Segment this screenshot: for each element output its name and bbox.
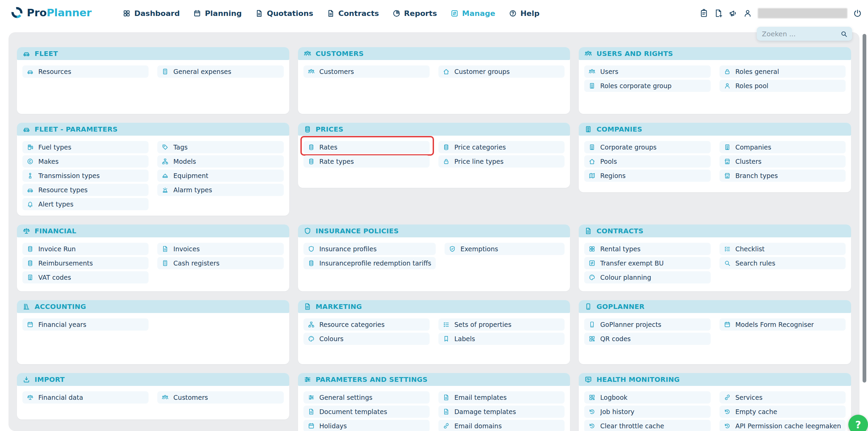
item-companies[interactable]: Companies xyxy=(719,141,846,153)
item-roles-general[interactable]: Roles general xyxy=(719,65,846,78)
item-general-expenses[interactable]: General expenses xyxy=(157,65,283,78)
item-insuranceprofile-redemption-tariffs[interactable]: Insuranceprofile redemption tariffs xyxy=(303,257,436,269)
item-search-rules[interactable]: Search rules xyxy=(719,257,846,269)
card-items: General settingsEmail templatesDocument … xyxy=(298,386,570,431)
card-header: INSURANCE POLICIES xyxy=(298,224,570,237)
item-checklist[interactable]: Checklist xyxy=(719,243,846,255)
item-makes[interactable]: Makes xyxy=(22,155,149,168)
help-bubble-button[interactable]: ? xyxy=(848,415,868,431)
item-empty-cache[interactable]: Empty cache xyxy=(719,406,846,418)
item-resource-types[interactable]: Resource types xyxy=(22,184,149,196)
item-financial-years[interactable]: Financial years xyxy=(22,318,149,331)
item-price-categories[interactable]: Price categories xyxy=(438,141,565,153)
item-document-templates[interactable]: Document templates xyxy=(303,406,430,418)
vertical-scrollbar[interactable] xyxy=(863,34,866,383)
item-users[interactable]: Users xyxy=(584,65,710,78)
megaphone-icon[interactable] xyxy=(729,9,737,18)
item-rates[interactable]: Rates xyxy=(303,141,430,153)
checklist-icon xyxy=(443,321,450,328)
search-input[interactable] xyxy=(761,30,840,38)
item-cash-registers[interactable]: Cash registers xyxy=(157,257,283,269)
item-alert-types[interactable]: Alert types xyxy=(22,198,149,210)
power-icon[interactable] xyxy=(853,9,862,18)
item-rental-types[interactable]: Rental types xyxy=(584,243,710,255)
reports-pie-chart-icon xyxy=(393,9,400,17)
item-customers[interactable]: Customers xyxy=(157,391,283,404)
item-invoice-run[interactable]: Invoice Run xyxy=(22,243,149,255)
clipboard-icon[interactable] xyxy=(699,9,708,18)
item-branch-types[interactable]: Branch types xyxy=(719,170,846,182)
item-pools[interactable]: Pools xyxy=(584,155,710,168)
users-icon xyxy=(308,68,315,75)
item-labels[interactable]: Labels xyxy=(438,333,565,345)
nav-item-manage[interactable]: Manage xyxy=(451,9,495,18)
item-rate-types[interactable]: Rate types xyxy=(303,155,430,168)
coins-icon xyxy=(308,158,315,165)
item-clusters[interactable]: Clusters xyxy=(719,155,846,168)
item-holidays[interactable]: Holidays xyxy=(303,420,430,431)
item-insurance-profiles[interactable]: Insurance profiles xyxy=(303,243,436,255)
item-tags[interactable]: Tags xyxy=(157,141,283,153)
item-invoices[interactable]: Invoices xyxy=(157,243,283,255)
item-corporate-groups[interactable]: Corporate groups xyxy=(584,141,710,153)
item-label: Models xyxy=(173,158,196,165)
item-alarm-types[interactable]: Alarm types xyxy=(157,184,283,196)
item-models-form-recogniser[interactable]: Models Form Recogniser xyxy=(719,318,846,331)
item-resource-categories[interactable]: Resource categories xyxy=(303,318,430,331)
item-job-history[interactable]: Job history xyxy=(584,406,710,418)
search-box[interactable] xyxy=(757,27,852,41)
item-goplanner-projects[interactable]: GoPlanner projects xyxy=(584,318,710,331)
card-items: UsersRoles generalRoles corporate groupR… xyxy=(579,60,851,97)
app-logo[interactable]: ProPlanner xyxy=(10,6,92,19)
item-general-settings[interactable]: General settings xyxy=(303,391,430,404)
item-services[interactable]: Services xyxy=(719,391,846,404)
nav-item-reports[interactable]: Reports xyxy=(393,9,437,18)
copyright-icon xyxy=(27,158,34,165)
calculator-icon xyxy=(162,260,169,267)
nav-item-contracts[interactable]: Contracts xyxy=(327,9,379,18)
coins-icon xyxy=(308,260,315,267)
nav-item-planning[interactable]: Planning xyxy=(193,9,242,18)
nav-item-quotations[interactable]: Quotations xyxy=(255,9,313,18)
item-regions[interactable]: Regions xyxy=(584,170,710,182)
users-icon xyxy=(585,50,592,57)
item-transfer-exempt-bu[interactable]: Transfer exempt BU xyxy=(584,257,710,269)
item-financial-data[interactable]: Financial data xyxy=(22,391,149,404)
item-customers[interactable]: Customers xyxy=(303,65,430,78)
file-plus-icon[interactable] xyxy=(714,9,723,18)
item-colours[interactable]: Colours xyxy=(303,333,430,345)
item-email-templates[interactable]: Email templates xyxy=(438,391,565,404)
item-exemptions[interactable]: Exemptions xyxy=(445,243,565,255)
card-title: CONTRACTS xyxy=(596,227,643,235)
item-roles-corporate-group[interactable]: Roles corporate group xyxy=(584,80,710,92)
item-logbook[interactable]: Logbook xyxy=(584,391,710,404)
item-price-line-types[interactable]: Price line types xyxy=(438,155,565,168)
item-label: Colour planning xyxy=(600,274,651,281)
item-equipment[interactable]: Equipment xyxy=(157,170,283,182)
item-email-domains[interactable]: Email domains xyxy=(438,420,565,431)
user-icon[interactable] xyxy=(743,9,752,18)
item-roles-pool[interactable]: Roles pool xyxy=(719,80,846,92)
item-customer-groups[interactable]: Customer groups xyxy=(438,65,565,78)
nav-item-help[interactable]: Help xyxy=(509,9,540,18)
item-transmission-types[interactable]: Transmission types xyxy=(22,170,149,182)
item-colour-planning[interactable]: Colour planning xyxy=(584,271,710,283)
item-label: Job history xyxy=(600,408,634,415)
item-fuel-types[interactable]: Fuel types xyxy=(22,141,149,153)
nav-item-dashboard[interactable]: Dashboard xyxy=(123,9,180,18)
item-reimbursements[interactable]: Reimbursements xyxy=(22,257,149,269)
item-clear-throttle-cache[interactable]: Clear throttle cache xyxy=(584,420,710,431)
item-models[interactable]: Models xyxy=(157,155,283,168)
item-label: Reimbursements xyxy=(38,259,93,267)
item-sets-of-properties[interactable]: Sets of properties xyxy=(438,318,565,331)
item-vat-codes[interactable]: VAT codes xyxy=(22,271,149,283)
search-icon[interactable] xyxy=(840,30,848,38)
card-items: Rental typesChecklistTransfer exempt BUS… xyxy=(579,237,851,289)
quotations-document-icon xyxy=(255,9,263,17)
item-api-permission-cache-leegmaken[interactable]: API Permission cache leegmaken xyxy=(719,420,846,431)
item-damage-templates[interactable]: Damage templates xyxy=(438,406,565,418)
item-resources[interactable]: Resources xyxy=(22,65,149,78)
item-label: Roles corporate group xyxy=(600,82,671,90)
item-qr-codes[interactable]: QR codes xyxy=(584,333,710,345)
palette-icon xyxy=(589,274,595,281)
